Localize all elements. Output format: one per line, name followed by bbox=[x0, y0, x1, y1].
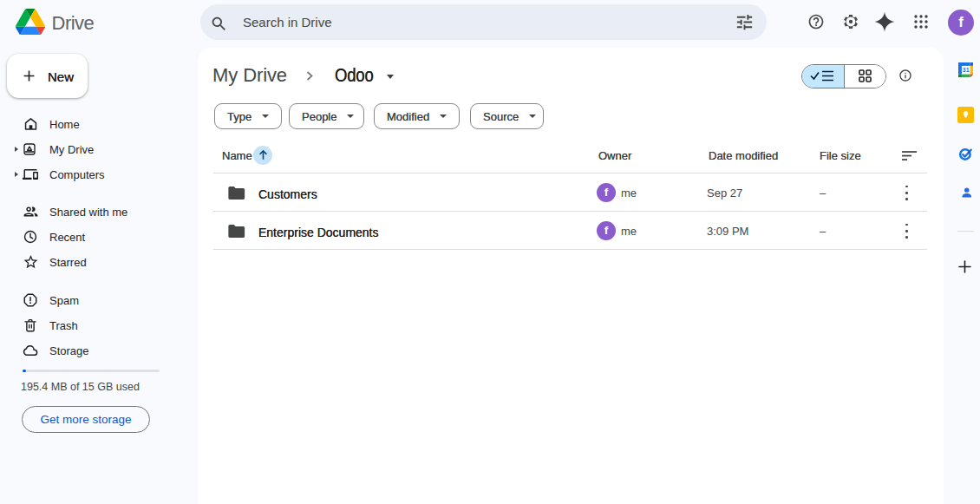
svg-text:31: 31 bbox=[962, 67, 969, 73]
